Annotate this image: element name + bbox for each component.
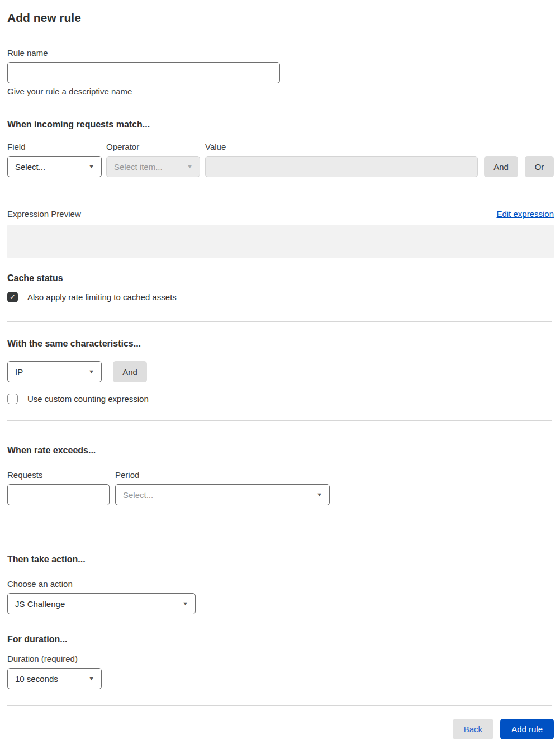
expression-preview-header: Expression Preview Edit expression [7,209,554,219]
cache-status-heading: Cache status [7,273,554,284]
expression-preview-label: Expression Preview [7,209,81,219]
duration-heading: For duration... [7,634,554,645]
rate-heading: When rate exceeds... [7,445,554,456]
back-button[interactable]: Back [453,719,493,739]
cache-assets-checkbox-label: Also apply rate limiting to cached asset… [27,292,177,302]
characteristics-row: IP ▼ And [7,361,554,382]
expression-preview-box [7,225,554,258]
operator-label: Operator [106,142,200,151]
period-select-value: Select... [123,490,153,500]
characteristic-select[interactable]: IP ▼ [7,361,102,382]
rate-row: Requests Period Select... ▼ [7,470,554,505]
chevron-down-icon: ▼ [187,164,193,169]
duration-label: Duration (required) [7,654,554,663]
action-label: Choose an action [7,579,554,589]
chevron-down-icon: ▼ [182,601,188,606]
period-label: Period [115,470,330,480]
operator-select[interactable]: Select item... ▼ [106,156,200,177]
match-builder-row: Field Select... ▼ Operator Select item..… [7,142,554,177]
action-heading: Then take action... [7,554,554,565]
cache-assets-checkbox-row: ✓ Also apply rate limiting to cached ass… [7,292,554,302]
match-section-heading: When incoming requests match... [7,119,554,130]
or-button[interactable]: Or [525,156,554,177]
custom-counting-checkbox-row: Use custom counting expression [7,394,554,404]
characteristics-heading: With the same characteristics... [7,338,554,349]
duration-select-value: 10 seconds [15,674,58,684]
divider [7,533,552,533]
page-title: Add new rule [7,11,554,25]
add-rule-button[interactable]: Add rule [500,719,554,739]
characteristics-and-button[interactable]: And [113,361,147,382]
and-button[interactable]: And [484,156,518,177]
chevron-down-icon: ▼ [88,164,94,169]
edit-expression-link[interactable]: Edit expression [496,209,554,219]
custom-counting-checkbox[interactable] [7,394,18,404]
value-input[interactable] [205,156,478,177]
duration-select[interactable]: 10 seconds ▼ [7,668,102,689]
divider [7,321,552,322]
rule-name-input[interactable] [7,62,280,83]
chevron-down-icon: ▼ [88,676,94,681]
divider [7,420,552,421]
action-select[interactable]: JS Challenge ▼ [7,593,196,614]
rule-name-group: Rule name Give your rule a descriptive n… [7,48,554,96]
characteristic-select-value: IP [15,367,23,377]
divider [7,705,552,706]
requests-label: Requests [7,470,110,480]
footer-actions: Back Add rule [7,719,554,739]
chevron-down-icon: ▼ [88,369,94,374]
action-select-value: JS Challenge [15,599,65,609]
period-select[interactable]: Select... ▼ [115,484,330,505]
rule-name-label: Rule name [7,48,554,58]
custom-counting-checkbox-label: Use custom counting expression [27,394,149,404]
field-select-value: Select... [15,162,45,172]
rule-name-helper: Give your rule a descriptive name [7,87,554,96]
field-label: Field [7,142,102,151]
checkmark-icon: ✓ [10,293,16,301]
chevron-down-icon: ▼ [316,492,322,497]
field-select[interactable]: Select... ▼ [7,156,102,177]
requests-input[interactable] [7,484,110,505]
cache-assets-checkbox[interactable]: ✓ [7,292,18,302]
operator-select-value: Select item... [114,162,163,172]
value-label: Value [205,142,478,151]
